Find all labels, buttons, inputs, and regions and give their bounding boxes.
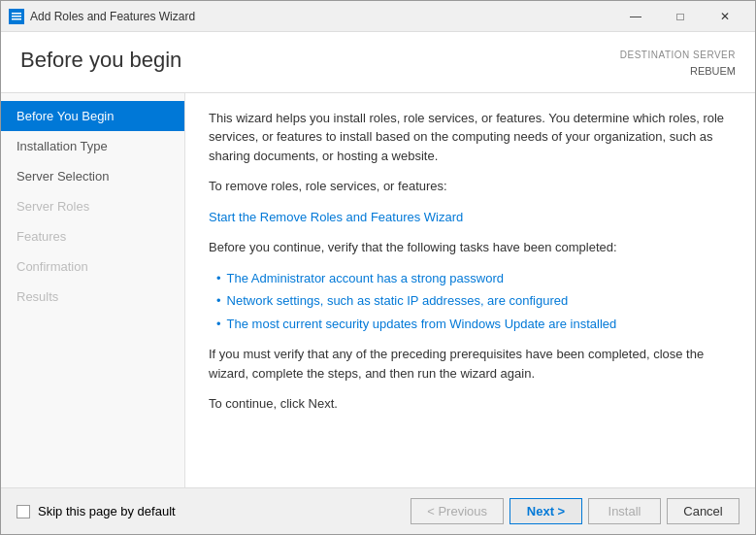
server-name: REBUEM [620, 63, 736, 81]
main-content-area: This wizard helps you install roles, rol… [185, 93, 755, 487]
minimize-button[interactable]: — [613, 1, 658, 32]
server-label: DESTINATION SERVER [620, 48, 736, 63]
checklist: The Administrator account has a strong p… [216, 269, 732, 334]
intro-text: This wizard helps you install roles, rol… [209, 109, 732, 166]
page-title: Before you begin [20, 48, 181, 73]
skip-label: Skip this page by default [38, 504, 176, 518]
wizard-footer: Skip this page by default < Previous Nex… [1, 487, 755, 534]
skip-checkbox[interactable] [16, 505, 30, 518]
svg-rect-2 [12, 13, 21, 15]
checklist-item: The Administrator account has a strong p… [216, 269, 732, 288]
wizard-body: Before you begin DESTINATION SERVER REBU… [1, 32, 755, 534]
maximize-button[interactable]: □ [658, 1, 703, 32]
prereq-label: Before you continue, verify that the fol… [209, 238, 732, 257]
remove-label: To remove roles, role services, or featu… [209, 177, 732, 196]
window-title: Add Roles and Features Wizard [30, 10, 613, 23]
remove-link[interactable]: Start the Remove Roles and Features Wiza… [209, 210, 463, 224]
sidebar: Before You BeginInstallation TypeServer … [1, 93, 185, 487]
app-icon [9, 9, 24, 24]
continue-text: To continue, click Next. [209, 394, 732, 414]
wizard-content: Before You BeginInstallation TypeServer … [1, 93, 755, 487]
sidebar-item[interactable]: Server Selection [1, 161, 184, 191]
title-bar: Add Roles and Features Wizard — □ ✕ [1, 1, 755, 32]
sidebar-item: Features [1, 221, 184, 251]
server-info: DESTINATION SERVER REBUEM [620, 48, 736, 81]
note-text: If you must verify that any of the prece… [209, 345, 732, 383]
previous-button[interactable]: < Previous [411, 498, 504, 524]
footer-left: Skip this page by default [16, 504, 411, 518]
install-button[interactable]: Install [588, 498, 661, 524]
checklist-item: Network settings, such as static IP addr… [216, 291, 732, 311]
close-button[interactable]: ✕ [703, 1, 747, 32]
next-button[interactable]: Next > [509, 498, 582, 524]
wizard-header: Before you begin DESTINATION SERVER REBU… [1, 32, 755, 93]
sidebar-item[interactable]: Before You Begin [1, 101, 184, 131]
sidebar-item: Confirmation [1, 251, 184, 282]
footer-buttons: < Previous Next > Install Cancel [411, 498, 740, 524]
checklist-item: The most current security updates from W… [216, 315, 732, 334]
svg-rect-3 [12, 18, 21, 20]
sidebar-item: Results [1, 282, 184, 312]
window-controls: — □ ✕ [613, 1, 747, 32]
sidebar-item: Server Roles [1, 191, 184, 221]
svg-rect-1 [12, 16, 21, 17]
sidebar-item[interactable]: Installation Type [1, 131, 184, 161]
cancel-button[interactable]: Cancel [667, 498, 740, 524]
